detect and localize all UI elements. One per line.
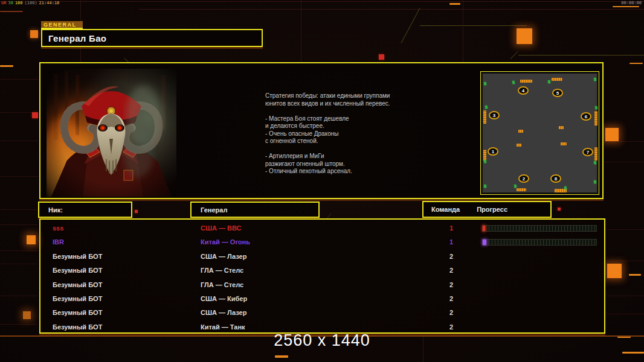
circuit-line <box>607 314 644 314</box>
player-nick: Безумный БОТ <box>53 278 102 292</box>
column-header-general: Генерал <box>190 202 320 218</box>
circuit-square <box>558 208 561 211</box>
table-row: Безумный БОТ ГЛА — Стелс 2 <box>40 278 604 292</box>
minimap-start-position-badge: 4 <box>518 86 529 95</box>
player-nick: Безумный БОТ <box>53 306 102 320</box>
general-tab-label: GENERAL <box>41 21 83 29</box>
loading-progress-fill <box>483 226 485 231</box>
circuit-dash <box>449 3 460 5</box>
performance-overlay: UR30100(100)21:44:10 <box>1 1 61 5</box>
player-general: США — Кибер <box>201 292 247 306</box>
performance-overlay-segment: (100) <box>25 1 37 5</box>
minimap-start-position-badge: 8 <box>550 174 561 183</box>
circuit-line <box>401 8 420 43</box>
player-general: США — Лазер <box>201 250 246 264</box>
loading-progress-fill <box>483 240 486 245</box>
map-preview: $$$$$$$$$$$$ 12345678 <box>480 71 599 195</box>
title-marker-square <box>30 30 38 38</box>
column-header-team-progress: Команда Прогресс <box>422 201 552 218</box>
team-header-label: Команда <box>423 206 460 213</box>
player-team: 2 <box>444 264 459 278</box>
circuit-line <box>0 176 39 177</box>
glow-square <box>23 311 31 319</box>
circuit-line <box>0 264 37 264</box>
minimap-start-position-badge: 6 <box>581 112 591 121</box>
nick-header-label: Ник: <box>48 206 63 214</box>
column-header-nick: Ник: <box>38 202 132 218</box>
progress-header-label: Прогресс <box>460 206 507 213</box>
minimap-start-position-badge: 1 <box>488 147 498 156</box>
circuit-line <box>301 0 301 62</box>
player-team: 2 <box>444 320 459 334</box>
circuit-line <box>607 229 644 230</box>
minimap-start-position-badge: 5 <box>552 89 563 97</box>
player-general: Китай — Танк <box>201 320 245 334</box>
player-general: Китай — Огонь <box>201 235 250 249</box>
circuit-line <box>607 296 644 296</box>
player-general: США — Лазер <box>201 306 246 320</box>
player-team: 1 <box>444 221 459 235</box>
player-team: 1 <box>444 235 459 249</box>
circuit-dash <box>0 65 13 67</box>
minimap-start-positions: 12345678 <box>481 72 599 194</box>
general-portrait <box>47 69 176 197</box>
player-nick: Безумный БОТ <box>53 264 102 278</box>
loading-screen: { "hud": { "perf_overlay": [ {"text": "U… <box>0 0 644 362</box>
player-nick: sss <box>53 221 63 235</box>
performance-overlay-segment: 100 <box>15 1 23 5</box>
player-nick: Безумный БОТ <box>53 320 102 334</box>
circuit-line <box>510 51 518 59</box>
circuit-dash <box>630 63 643 64</box>
performance-overlay-segment: 21:44:10 <box>39 1 60 5</box>
general-title-box: Генерал Бао <box>41 29 263 47</box>
player-loading-table: sss США — ВВС 1 IBR Китай — Огонь 1 Безу… <box>39 218 605 334</box>
general-header-label: Генерал <box>201 206 227 214</box>
circuit-line <box>0 1 644 2</box>
minimap-start-position-badge: 2 <box>518 174 529 183</box>
table-row: Безумный БОТ США — Кибер 2 <box>40 292 604 306</box>
minimap-start-position-badge: 7 <box>582 148 593 156</box>
player-nick: Безумный БОТ <box>53 292 102 306</box>
strategy-description: Стратегия победы: атаки едиными группами… <box>265 92 428 176</box>
circuit-dash <box>629 274 641 276</box>
circuit-square <box>379 54 384 60</box>
table-row: Безумный БОТ США — Лазер 2 <box>40 306 604 320</box>
circuit-line <box>0 250 37 251</box>
circuit-line <box>0 11 23 12</box>
player-nick: Безумный БОТ <box>53 250 102 264</box>
player-general: ГЛА — Стелс <box>201 264 243 278</box>
loading-progress-bar <box>482 239 597 246</box>
general-info-panel: Стратегия победы: атаки едиными группами… <box>39 62 604 199</box>
player-general: США — ВВС <box>201 221 241 235</box>
performance-overlay-segment: 30 <box>8 1 13 5</box>
table-row: sss США — ВВС 1 <box>40 221 604 235</box>
glow-square <box>27 235 36 244</box>
circuit-line <box>0 141 39 141</box>
circuit-line <box>0 79 39 80</box>
circuit-line <box>139 9 644 10</box>
circuit-line <box>0 224 37 225</box>
circuit-dash <box>275 355 288 358</box>
player-team: 2 <box>444 278 459 292</box>
circuit-line <box>423 335 423 362</box>
glow-square <box>607 264 622 278</box>
circuit-line <box>420 25 527 26</box>
circuit-square <box>32 112 38 118</box>
table-row: IBR Китай — Огонь 1 <box>40 235 604 249</box>
circuit-line <box>0 296 37 296</box>
table-row: Безумный БОТ ГЛА — Стелс 2 <box>40 264 604 278</box>
loading-progress-bar <box>482 225 597 232</box>
circuit-line <box>0 324 37 325</box>
performance-overlay-segment: UR <box>1 1 6 5</box>
circuit-line <box>463 0 463 62</box>
circuit-line <box>518 55 644 56</box>
player-nick: IBR <box>53 235 64 249</box>
session-clock: 00:00:00 <box>621 1 642 5</box>
circuit-dash <box>622 352 644 354</box>
resolution-watermark: 2560 x 1440 <box>274 331 370 350</box>
circuit-dash <box>613 6 639 7</box>
circuit-line <box>0 209 37 210</box>
circuit-line <box>604 162 644 162</box>
player-team: 2 <box>444 306 459 320</box>
glow-square <box>605 128 619 141</box>
